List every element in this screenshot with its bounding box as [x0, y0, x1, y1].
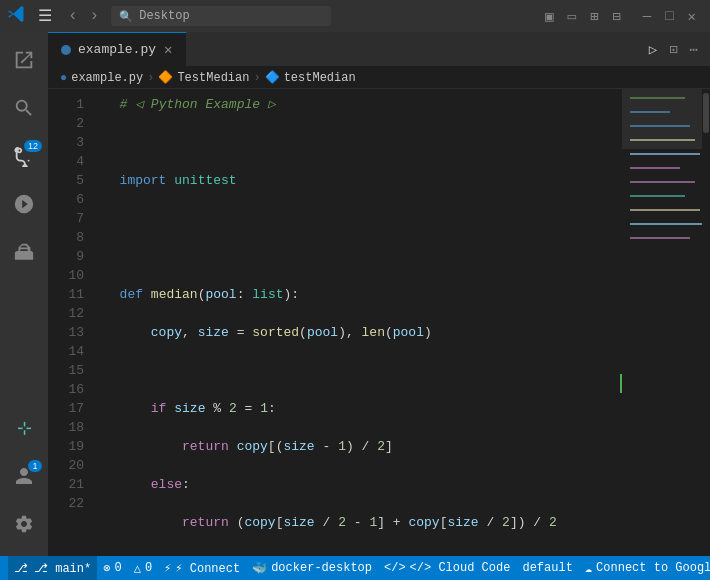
status-errors[interactable]: ⊗ 0	[97, 556, 127, 580]
layout-toggle-2[interactable]: ▭	[561, 6, 581, 27]
activity-extensions[interactable]	[0, 228, 48, 276]
google-cloud-label: Connect to Google Cloud	[596, 561, 710, 575]
minimap[interactable]	[622, 89, 702, 556]
tab-example-py[interactable]: example.py ✕	[48, 32, 187, 67]
docker-icon: 🐳	[252, 561, 267, 576]
breadcrumb-method-icon: 🔷	[265, 70, 280, 85]
vscode-logo	[8, 5, 26, 28]
svg-rect-2	[630, 111, 670, 113]
line-numbers: 1234 5678 9101112 13141516 17181920 2122	[48, 89, 96, 556]
current-line-indicator	[620, 374, 622, 393]
git-branch-icon: ⎇	[14, 561, 28, 576]
code-content[interactable]: # ◁ Python Example ▷ import unittest def…	[96, 89, 622, 556]
search-icon: 🔍	[119, 10, 133, 23]
status-git-branch[interactable]: ⎇ ⎇ main*	[8, 556, 97, 580]
tab-label: example.py	[78, 42, 156, 57]
git-branch-label: ⎇ main*	[34, 561, 91, 576]
breadcrumb-sep-2: ›	[253, 71, 260, 85]
connect-label: ⚡ Connect	[175, 561, 240, 576]
tab-close-button[interactable]: ✕	[162, 40, 174, 59]
breadcrumb-file-icon: ●	[60, 71, 67, 85]
status-connect[interactable]: ⚡ ⚡ Connect	[158, 556, 246, 580]
tab-bar: example.py ✕ ▷ ⊡ ⋯	[48, 32, 710, 67]
hamburger-menu[interactable]: ☰	[38, 6, 52, 26]
warning-count: 0	[145, 561, 152, 575]
status-bar: ⎇ ⎇ main* ⊗ 0 △ 0 ⚡ ⚡ Connect 🐳 docker-d…	[0, 556, 710, 580]
tab-bar-actions: ▷ ⊡ ⋯	[645, 38, 710, 61]
warning-icon: △	[134, 561, 141, 576]
nav-forward-button[interactable]: ›	[86, 5, 104, 27]
editor-area: example.py ✕ ▷ ⊡ ⋯ ● example.py › 🔶 Test…	[48, 32, 710, 556]
main-layout: 12 ⊹ 1 example.py ✕	[0, 32, 710, 556]
svg-rect-4	[630, 139, 695, 141]
svg-rect-8	[630, 195, 685, 197]
minimap-content	[622, 89, 702, 469]
svg-point-0	[61, 45, 71, 55]
activity-explorer[interactable]	[0, 36, 48, 84]
source-control-badge: 12	[24, 140, 42, 152]
nav-back-button[interactable]: ‹	[64, 5, 82, 27]
activity-search[interactable]	[0, 84, 48, 132]
layout-toggle-1[interactable]: ▣	[539, 6, 559, 27]
search-bar[interactable]: 🔍 Desktop	[111, 6, 331, 26]
nav-buttons: ‹ ›	[64, 5, 103, 27]
title-actions: ▣ ▭ ⊞ ⊟ — □ ✕	[539, 6, 702, 27]
svg-rect-1	[630, 97, 685, 99]
vertical-scrollbar[interactable]	[702, 89, 710, 556]
layout-toggle-3[interactable]: ⊞	[584, 6, 604, 27]
title-bar: ☰ ‹ › 🔍 Desktop ▣ ▭ ⊞ ⊟ — □ ✕	[0, 0, 710, 32]
svg-rect-9	[630, 209, 700, 211]
breadcrumb-method[interactable]: testMedian	[284, 71, 356, 85]
cloud-code-label: </> Cloud Code	[410, 561, 511, 575]
activity-settings[interactable]	[0, 500, 48, 548]
svg-rect-7	[630, 181, 695, 183]
code-editor[interactable]: 1234 5678 9101112 13141516 17181920 2122…	[48, 89, 710, 556]
status-cloud-code[interactable]: </> </> Cloud Code	[378, 556, 516, 580]
breadcrumb-class[interactable]: TestMedian	[177, 71, 249, 85]
layout-toggle-4[interactable]: ⊟	[606, 6, 626, 27]
accounts-badge: 1	[28, 460, 42, 472]
more-actions-icon[interactable]: ⋯	[686, 38, 702, 61]
activity-run-debug[interactable]	[0, 180, 48, 228]
error-icon: ⊗	[103, 561, 110, 576]
svg-rect-3	[630, 125, 690, 127]
breadcrumb: ● example.py › 🔶 TestMedian › 🔷 testMedi…	[48, 67, 710, 89]
error-count: 0	[114, 561, 121, 575]
svg-rect-5	[630, 153, 700, 155]
svg-rect-11	[630, 237, 690, 239]
svg-rect-6	[630, 167, 680, 169]
cloud-code-icon: </>	[384, 561, 406, 575]
activity-remote[interactable]: ⊹	[0, 404, 48, 452]
breadcrumb-sep-1: ›	[147, 71, 154, 85]
activity-bar: 12 ⊹ 1	[0, 32, 48, 556]
scrollbar-thumb[interactable]	[703, 93, 709, 133]
docker-label: docker-desktop	[271, 561, 372, 575]
close-button[interactable]: ✕	[682, 6, 702, 27]
maximize-button[interactable]: □	[659, 6, 679, 26]
connect-icon: ⚡	[164, 561, 171, 576]
status-default[interactable]: default	[516, 556, 578, 580]
google-cloud-icon: ☁	[585, 561, 592, 576]
default-label: default	[522, 561, 572, 575]
status-google-cloud[interactable]: ☁ Connect to Google Cloud	[579, 556, 710, 580]
activity-accounts[interactable]: 1	[0, 452, 48, 500]
split-editor-icon[interactable]: ⊡	[665, 38, 681, 61]
breadcrumb-file[interactable]: example.py	[71, 71, 143, 85]
status-docker[interactable]: 🐳 docker-desktop	[246, 556, 378, 580]
run-split-icon[interactable]: ▷	[645, 38, 661, 61]
breadcrumb-class-icon: 🔶	[158, 70, 173, 85]
svg-rect-10	[630, 223, 702, 225]
minimize-button[interactable]: —	[637, 6, 657, 26]
status-warnings[interactable]: △ 0	[128, 556, 158, 580]
activity-source-control[interactable]: 12	[0, 132, 48, 180]
search-text: Desktop	[139, 9, 189, 23]
